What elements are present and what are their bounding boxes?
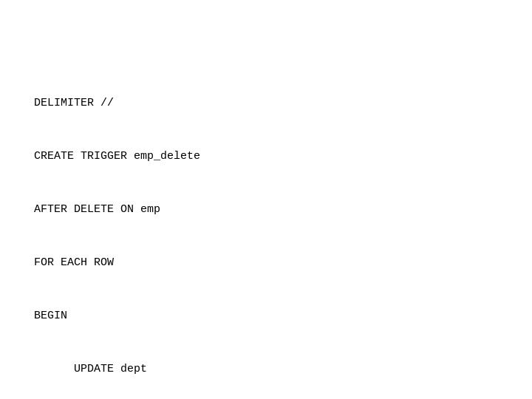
code-line-6: UPDATE dept	[34, 361, 502, 378]
code-container: DELIMITER // CREATE TRIGGER emp_delete A…	[0, 0, 532, 399]
code-line-3: AFTER DELETE ON emp	[34, 201, 502, 219]
code-line-2: CREATE TRIGGER emp_delete	[34, 148, 502, 166]
code-block: DELIMITER // CREATE TRIGGER emp_delete A…	[34, 59, 502, 399]
code-line-1: DELIMITER //	[34, 95, 502, 112]
code-line-5: BEGIN	[34, 307, 502, 325]
code-line-4: FOR EACH ROW	[34, 254, 502, 272]
